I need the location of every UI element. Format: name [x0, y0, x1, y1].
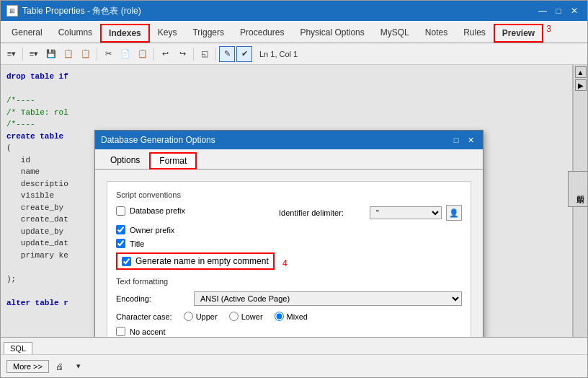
- tab-triggers[interactable]: Triggers: [184, 24, 232, 43]
- dialog-title: Database Generation Options: [101, 135, 215, 145]
- toolbar-save[interactable]: 💾: [43, 46, 59, 62]
- dialog-maximize[interactable]: □: [450, 134, 463, 146]
- close-button[interactable]: ✕: [567, 4, 582, 17]
- radio-upper-label[interactable]: Upper: [184, 312, 218, 321]
- sep-1: [22, 48, 23, 61]
- content-area: drop table if /*---- /* Table: rol /*---…: [1, 65, 587, 337]
- owner-prefix-label: Owner prefix: [130, 226, 174, 234]
- text-formatting-label: Text formatting: [116, 277, 462, 286]
- radio-upper[interactable]: [184, 312, 193, 321]
- generate-name-badge: 4: [282, 258, 288, 268]
- tab-rules[interactable]: Rules: [455, 24, 494, 43]
- toolbar-btn-1[interactable]: ≡▾: [4, 46, 19, 62]
- tab-badge: 3: [546, 24, 551, 43]
- identifier-delimiter-select[interactable]: " ' ` None: [370, 206, 442, 219]
- identifier-btn[interactable]: 👤: [446, 205, 462, 221]
- dialog-tabs: Options Format: [95, 149, 483, 170]
- toolbar-print[interactable]: 🖨: [52, 359, 68, 374]
- dialog-close[interactable]: ✕: [464, 134, 477, 146]
- encoding-select[interactable]: ANSI (Active Code Page) UTF-8 UTF-16: [194, 291, 462, 306]
- tab-physical-options[interactable]: Physical Options: [292, 24, 372, 43]
- identifier-delimiter-label: Identifier delimiter:: [279, 208, 365, 217]
- title-row: Title: [116, 239, 462, 248]
- owner-prefix-checkbox[interactable]: [116, 225, 125, 234]
- title-checkbox[interactable]: [116, 239, 125, 248]
- dialog-overlay: Database Generation Options □ ✕ Options …: [1, 65, 587, 337]
- maximize-button[interactable]: □: [551, 4, 566, 17]
- tab-general[interactable]: General: [4, 24, 50, 43]
- toolbar-print2[interactable]: ▾: [71, 359, 86, 374]
- window-title: Table Properties - 角色表 (role): [22, 5, 141, 17]
- tab-notes[interactable]: Notes: [417, 24, 455, 43]
- database-prefix-row: Database prefix: [116, 206, 185, 216]
- toolbar-btn-2[interactable]: ≡▾: [26, 46, 42, 62]
- database-prefix-label: Database prefix: [130, 206, 185, 215]
- sep-4: [193, 48, 194, 61]
- toolbar-btn-5[interactable]: ◱: [197, 46, 213, 62]
- no-accent-checkbox[interactable]: [116, 327, 125, 336]
- radio-lower[interactable]: [229, 312, 239, 321]
- dialog-titlebar: Database Generation Options □ ✕: [95, 131, 483, 149]
- radio-mixed-label[interactable]: Mixed: [275, 312, 308, 321]
- dialog-tab-options[interactable]: Options: [101, 152, 149, 169]
- generate-name-checkbox[interactable]: [122, 257, 131, 266]
- main-window: ⊞ Table Properties - 角色表 (role) — □ ✕ Ge…: [0, 0, 588, 378]
- radio-mixed-text: Mixed: [287, 312, 308, 321]
- tab-preview[interactable]: Preview: [494, 24, 543, 43]
- tab-procedures[interactable]: Procedures: [232, 24, 292, 43]
- script-conventions-label: Script conventions: [116, 190, 462, 199]
- radio-upper-text: Upper: [196, 312, 218, 321]
- tab-columns[interactable]: Columns: [50, 24, 100, 43]
- bottom-tabs: SQL: [1, 337, 587, 354]
- sep-2: [97, 48, 97, 61]
- database-generation-dialog: Database Generation Options □ ✕ Options …: [94, 130, 484, 337]
- generate-name-label: Generate name in empty comment: [135, 256, 269, 266]
- toolbar-check[interactable]: ✔: [236, 46, 252, 62]
- encoding-row: Encoding: ANSI (Active Code Page) UTF-8 …: [116, 291, 462, 306]
- radio-mixed[interactable]: [275, 312, 284, 321]
- toolbar-redo[interactable]: ↪: [174, 46, 190, 62]
- database-prefix-checkbox[interactable]: [116, 206, 125, 216]
- toolbar-btn-3[interactable]: 📋: [61, 46, 76, 62]
- character-case-label: Character case:: [116, 312, 172, 321]
- toolbar-undo[interactable]: ↩: [157, 46, 173, 62]
- bottom-toolbar: More >> 🖨 ▾ 帮助: [1, 354, 587, 377]
- main-toolbar: ≡▾ ≡▾ 💾 📋 📋 ✂ 📄 📋 ↩ ↪ ◱ ✎ ✔ Ln 1, Col 1: [1, 43, 587, 65]
- title-label: Title: [130, 239, 144, 248]
- radio-lower-label[interactable]: Lower: [229, 312, 263, 321]
- toolbar-btn-4[interactable]: 📋: [78, 46, 94, 62]
- title-bar: ⊞ Table Properties - 角色表 (role) — □ ✕: [1, 1, 587, 21]
- dialog-body: Script conventions Database prefix Ident…: [95, 170, 483, 337]
- radio-lower-text: Lower: [241, 312, 263, 321]
- sep-3: [153, 48, 154, 61]
- toolbar-status: Ln 1, Col 1: [259, 50, 298, 58]
- toolbar-paste[interactable]: 📋: [135, 46, 151, 62]
- main-tabs: General Columns Indexes Keys Triggers Pr…: [1, 21, 587, 43]
- dialog-tab-format[interactable]: Format: [149, 152, 197, 170]
- dialog-controls: □ ✕: [450, 134, 477, 146]
- dialog-content-area: Script conventions Database prefix Ident…: [107, 181, 471, 337]
- title-bar-controls: — □ ✕: [535, 4, 582, 17]
- bottom-tab-sql[interactable]: SQL: [4, 342, 32, 354]
- no-accent-label: No accent: [130, 328, 166, 336]
- toolbar-cut[interactable]: ✂: [100, 46, 116, 62]
- title-bar-left: ⊞ Table Properties - 角色表 (role): [6, 5, 141, 17]
- minimize-button[interactable]: —: [535, 4, 550, 17]
- tab-mysql[interactable]: MySQL: [373, 24, 417, 43]
- tab-indexes[interactable]: Indexes: [100, 24, 150, 43]
- tab-keys[interactable]: Keys: [150, 24, 185, 43]
- toolbar-edit[interactable]: ✎: [219, 46, 235, 62]
- toolbar-copy[interactable]: 📄: [117, 46, 133, 62]
- no-accent-row: No accent: [116, 327, 462, 336]
- more-button[interactable]: More >>: [6, 360, 49, 373]
- character-case-row: Character case: Upper Lower: [116, 312, 462, 321]
- owner-prefix-row: Owner prefix: [116, 225, 462, 234]
- generate-name-row-wrapper: Generate name in empty comment 4: [116, 252, 462, 270]
- sep-5: [215, 48, 216, 61]
- app-icon: ⊞: [6, 5, 18, 17]
- encoding-label: Encoding:: [116, 294, 188, 303]
